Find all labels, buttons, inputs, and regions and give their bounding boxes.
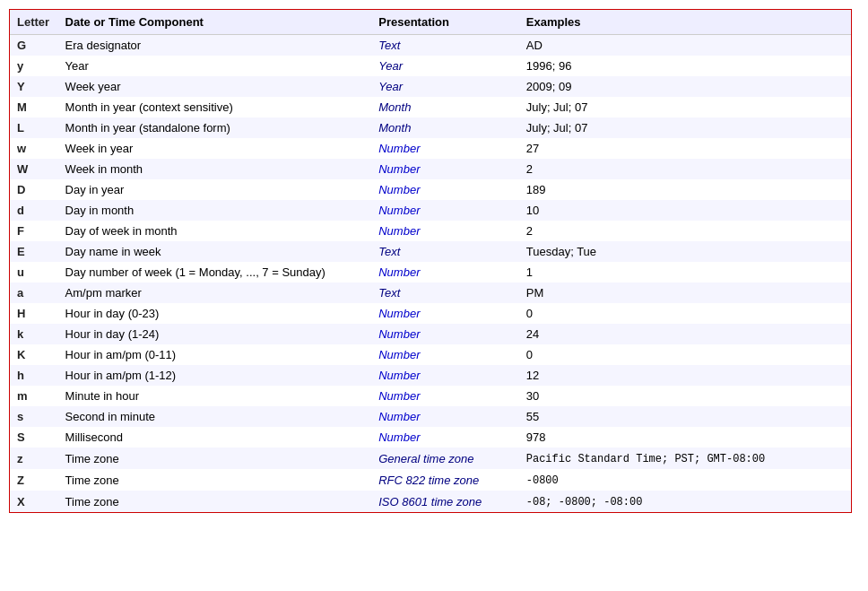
- cell-examples: 27: [519, 138, 851, 159]
- table-row: LMonth in year (standalone form)MonthJul…: [10, 117, 851, 138]
- table-row: dDay in monthNumber10: [10, 200, 851, 221]
- cell-examples: 189: [519, 179, 851, 200]
- table-row: wWeek in yearNumber27: [10, 138, 851, 159]
- cell-letter: M: [10, 97, 58, 117]
- cell-presentation: Year: [371, 76, 519, 97]
- cell-presentation: Number: [371, 303, 519, 324]
- table-row: kHour in day (1-24)Number24: [10, 324, 851, 344]
- table-row: GEra designatorTextAD: [10, 35, 851, 56]
- cell-examples: 10: [519, 200, 851, 221]
- cell-letter: W: [10, 159, 58, 179]
- cell-component: Day in year: [58, 179, 372, 200]
- cell-component: Hour in am/pm (0-11): [58, 344, 372, 365]
- cell-component: Hour in am/pm (1-12): [58, 365, 372, 386]
- header-presentation: Presentation: [371, 10, 519, 35]
- cell-letter: S: [10, 427, 58, 448]
- cell-component: Month in year (standalone form): [58, 117, 372, 138]
- cell-component: Week year: [58, 76, 372, 97]
- cell-letter: Z: [10, 469, 58, 491]
- cell-letter: s: [10, 406, 58, 427]
- cell-presentation: Number: [371, 221, 519, 241]
- table-row: WWeek in monthNumber2: [10, 159, 851, 179]
- cell-presentation: Number: [371, 262, 519, 282]
- cell-examples: Pacific Standard Time; PST; GMT-08:00: [519, 448, 851, 469]
- header-examples: Examples: [519, 10, 851, 35]
- cell-examples: 0: [519, 344, 851, 365]
- cell-letter: m: [10, 386, 58, 406]
- cell-letter: E: [10, 241, 58, 262]
- cell-presentation: Text: [371, 35, 519, 56]
- cell-letter: k: [10, 324, 58, 344]
- cell-component: Month in year (context sensitive): [58, 97, 372, 117]
- cell-examples: 2: [519, 159, 851, 179]
- table-row: aAm/pm markerTextPM: [10, 282, 851, 303]
- cell-component: Week in month: [58, 159, 372, 179]
- cell-examples: 978: [519, 427, 851, 448]
- cell-letter: Y: [10, 76, 58, 97]
- table-row: EDay name in weekTextTuesday; Tue: [10, 241, 851, 262]
- cell-examples: 0: [519, 303, 851, 324]
- table-row: sSecond in minuteNumber55: [10, 406, 851, 427]
- cell-component: Millisecond: [58, 427, 372, 448]
- table-row: XTime zoneISO 8601 time zone-08; -0800; …: [10, 491, 851, 512]
- cell-component: Am/pm marker: [58, 282, 372, 303]
- cell-examples: Tuesday; Tue: [519, 241, 851, 262]
- cell-letter: y: [10, 56, 58, 76]
- table-row: KHour in am/pm (0-11)Number0: [10, 344, 851, 365]
- cell-presentation: Number: [371, 427, 519, 448]
- cell-letter: a: [10, 282, 58, 303]
- cell-component: Hour in day (1-24): [58, 324, 372, 344]
- cell-component: Week in year: [58, 138, 372, 159]
- cell-presentation: Text: [371, 241, 519, 262]
- cell-examples: -08; -0800; -08:00: [519, 491, 851, 512]
- cell-letter: F: [10, 221, 58, 241]
- cell-presentation: Number: [371, 138, 519, 159]
- cell-presentation: Month: [371, 97, 519, 117]
- cell-examples: July; Jul; 07: [519, 97, 851, 117]
- cell-presentation: Number: [371, 179, 519, 200]
- cell-component: Time zone: [58, 469, 372, 491]
- cell-examples: AD: [519, 35, 851, 56]
- cell-examples: 55: [519, 406, 851, 427]
- cell-examples: 2009; 09: [519, 76, 851, 97]
- cell-presentation: General time zone: [371, 448, 519, 469]
- cell-presentation: Number: [371, 365, 519, 386]
- cell-presentation: Number: [371, 159, 519, 179]
- cell-examples: 12: [519, 365, 851, 386]
- cell-presentation: RFC 822 time zone: [371, 469, 519, 491]
- cell-component: Second in minute: [58, 406, 372, 427]
- cell-examples: July; Jul; 07: [519, 117, 851, 138]
- cell-component: Time zone: [58, 491, 372, 512]
- cell-presentation: Number: [371, 344, 519, 365]
- cell-letter: L: [10, 117, 58, 138]
- cell-letter: h: [10, 365, 58, 386]
- cell-presentation: Number: [371, 200, 519, 221]
- cell-letter: K: [10, 344, 58, 365]
- cell-presentation: ISO 8601 time zone: [371, 491, 519, 512]
- table-row: FDay of week in monthNumber2: [10, 221, 851, 241]
- header-component: Date or Time Component: [58, 10, 372, 35]
- cell-presentation: Text: [371, 282, 519, 303]
- cell-presentation: Number: [371, 406, 519, 427]
- table-row: MMonth in year (context sensitive)MonthJ…: [10, 97, 851, 117]
- cell-component: Day in month: [58, 200, 372, 221]
- table-row: HHour in day (0-23)Number0: [10, 303, 851, 324]
- cell-examples: 2: [519, 221, 851, 241]
- cell-component: Hour in day (0-23): [58, 303, 372, 324]
- cell-presentation: Month: [371, 117, 519, 138]
- table-row: yYearYear1996; 96: [10, 56, 851, 76]
- cell-letter: X: [10, 491, 58, 512]
- cell-letter: d: [10, 200, 58, 221]
- cell-examples: 24: [519, 324, 851, 344]
- cell-component: Day of week in month: [58, 221, 372, 241]
- cell-letter: w: [10, 138, 58, 159]
- cell-component: Minute in hour: [58, 386, 372, 406]
- table-row: YWeek yearYear2009; 09: [10, 76, 851, 97]
- cell-component: Time zone: [58, 448, 372, 469]
- cell-examples: 1: [519, 262, 851, 282]
- cell-examples: 1996; 96: [519, 56, 851, 76]
- cell-component: Era designator: [58, 35, 372, 56]
- cell-component: Day name in week: [58, 241, 372, 262]
- table-row: uDay number of week (1 = Monday, ..., 7 …: [10, 262, 851, 282]
- table-row: SMillisecondNumber978: [10, 427, 851, 448]
